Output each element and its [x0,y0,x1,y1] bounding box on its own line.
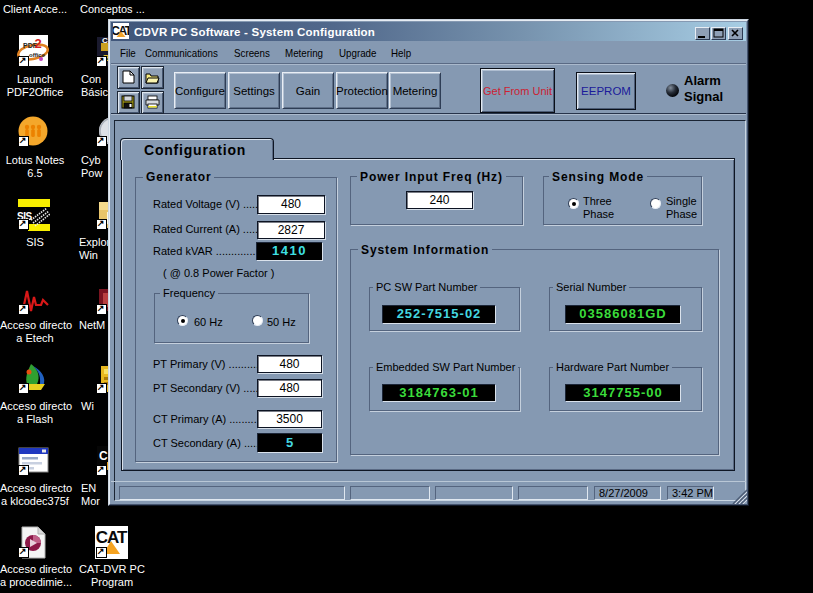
svg-text:office: office [29,52,46,58]
svg-text:C: C [99,449,108,463]
svg-text:2: 2 [34,36,41,51]
